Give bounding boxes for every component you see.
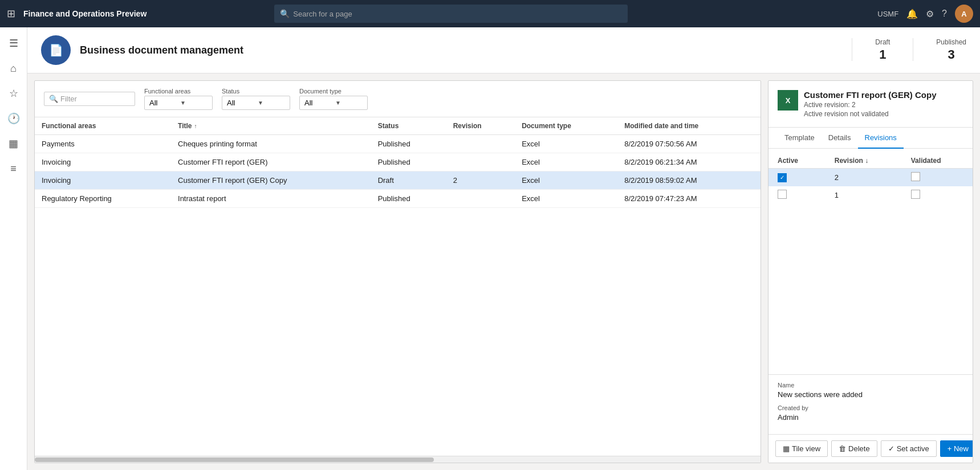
tab-template[interactable]: Template bbox=[778, 128, 822, 149]
app-title: Finance and Operations Preview bbox=[23, 9, 147, 18]
active-checkbox[interactable]: ✓ bbox=[778, 173, 787, 182]
draft-label: Draft bbox=[875, 38, 890, 46]
status-filter-group: Status All ▼ bbox=[222, 88, 290, 110]
filter-search-icon: 🔍 bbox=[49, 95, 58, 103]
horizontal-scrollbar[interactable] bbox=[35, 456, 761, 463]
functional-areas-filter-group: Functional areas All ▼ bbox=[144, 88, 213, 110]
sidebar-item-list[interactable]: ≡ bbox=[2, 157, 25, 180]
tile-view-icon: ▦ bbox=[783, 444, 790, 453]
table-row[interactable]: Regulatory Reporting Intrastat report Pu… bbox=[35, 190, 761, 208]
right-panel-tabs: Template Details Revisions bbox=[768, 128, 973, 149]
rev-col-revision: Revision ↓ bbox=[826, 153, 902, 169]
validated-checkbox[interactable] bbox=[911, 172, 920, 181]
functional-areas-label: Functional areas bbox=[144, 88, 213, 95]
document-type-value: All bbox=[304, 99, 332, 107]
document-list-panel: 🔍 Functional areas All ▼ Status All ▼ bbox=[34, 80, 761, 463]
revision-row[interactable]: ✓ 2 bbox=[768, 169, 973, 187]
revision-row[interactable]: 1 bbox=[768, 186, 973, 204]
filter-input-wrapper[interactable]: 🔍 bbox=[44, 92, 135, 106]
delete-label: Delete bbox=[848, 444, 870, 453]
name-field: Name New sections were added bbox=[778, 382, 963, 399]
status-select[interactable]: All ▼ bbox=[222, 96, 290, 110]
right-panel-title-row: X Customer FTI report (GER) Copy Active … bbox=[778, 90, 963, 118]
top-nav-right: USMF 🔔 ⚙ ? A bbox=[877, 5, 973, 23]
active-checkbox[interactable] bbox=[778, 190, 787, 199]
tab-revisions[interactable]: Revisions bbox=[858, 128, 904, 149]
tile-view-button[interactable]: ▦ Tile view bbox=[775, 440, 828, 457]
rev-col-active: Active bbox=[768, 153, 826, 169]
status-value: All bbox=[227, 99, 254, 107]
settings-icon[interactable]: ⚙ bbox=[926, 9, 934, 19]
notification-icon[interactable]: 🔔 bbox=[906, 9, 918, 19]
delete-button[interactable]: 🗑 Delete bbox=[831, 440, 877, 457]
right-panel-title-block: Customer FTI report (GER) Copy Active re… bbox=[804, 90, 937, 118]
draft-stat: Draft 1 bbox=[875, 38, 890, 62]
created-by-label: Created by bbox=[778, 404, 963, 411]
sidebar-item-recent[interactable]: 🕐 bbox=[2, 107, 25, 130]
col-status[interactable]: Status bbox=[371, 117, 446, 135]
name-label: Name bbox=[778, 382, 963, 389]
tab-details[interactable]: Details bbox=[822, 128, 858, 149]
col-modified[interactable]: Modified date and time bbox=[617, 117, 761, 135]
document-type-select[interactable]: All ▼ bbox=[299, 96, 368, 110]
table-row[interactable]: Payments Cheques printing format Publish… bbox=[35, 135, 761, 153]
help-icon[interactable]: ? bbox=[942, 9, 947, 19]
published-label: Published bbox=[936, 38, 966, 46]
right-panel-title: Customer FTI report (GER) Copy bbox=[804, 90, 937, 100]
set-active-label: Set active bbox=[897, 444, 929, 453]
document-type-label: Document type bbox=[299, 88, 368, 95]
check-icon: ✓ bbox=[888, 444, 894, 453]
created-by-value: Admin bbox=[778, 413, 963, 422]
status-label: Status bbox=[222, 88, 290, 95]
right-panel-subtitle1: Active revision: 2 bbox=[804, 101, 937, 109]
col-title[interactable]: Title↑ bbox=[171, 117, 371, 135]
details-section: Name New sections were added Created by … bbox=[768, 374, 973, 434]
sidebar-item-workspaces[interactable]: ▦ bbox=[2, 132, 25, 155]
sidebar-item-home[interactable]: ⌂ bbox=[2, 57, 25, 80]
sort-arrow: ↑ bbox=[194, 123, 197, 129]
right-panel: X Customer FTI report (GER) Copy Active … bbox=[768, 80, 973, 463]
table-row[interactable]: Invoicing Customer FTI report (GER) Publ… bbox=[35, 153, 761, 171]
functional-areas-select[interactable]: All ▼ bbox=[144, 96, 213, 110]
excel-icon: X bbox=[778, 90, 798, 111]
grid-icon[interactable]: ⊞ bbox=[7, 7, 15, 20]
sidebar-item-favorites[interactable]: ☆ bbox=[2, 82, 25, 105]
username: USMF bbox=[877, 10, 898, 18]
col-revision[interactable]: Revision bbox=[446, 117, 515, 135]
created-by-field: Created by Admin bbox=[778, 404, 963, 422]
search-bar[interactable]: 🔍 bbox=[274, 5, 628, 23]
chevron-down-icon3: ▼ bbox=[335, 100, 363, 106]
set-active-button[interactable]: ✓ Set active bbox=[881, 440, 937, 457]
name-value: New sections were added bbox=[778, 390, 963, 399]
table-row[interactable]: Invoicing Customer FTI report (GER) Copy… bbox=[35, 171, 761, 190]
filter-input[interactable] bbox=[60, 95, 130, 103]
document-table: Functional areas Title↑ Status Revision … bbox=[35, 117, 761, 456]
main-area: 📄 Business document management Draft 1 P… bbox=[27, 27, 980, 470]
sidebar-item-menu[interactable]: ☰ bbox=[2, 32, 25, 55]
col-functional-areas[interactable]: Functional areas bbox=[35, 117, 171, 135]
divider bbox=[852, 38, 852, 61]
divider2 bbox=[913, 38, 913, 61]
published-value: 3 bbox=[936, 47, 966, 62]
top-navigation: ⊞ Finance and Operations Preview 🔍 USMF … bbox=[0, 0, 980, 27]
page-title: Business document management bbox=[80, 44, 243, 56]
validated-checkbox[interactable] bbox=[911, 190, 920, 199]
page-icon: 📄 bbox=[41, 35, 71, 65]
left-sidebar: ☰ ⌂ ☆ 🕐 ▦ ≡ bbox=[0, 27, 27, 470]
chevron-down-icon: ▼ bbox=[180, 100, 208, 106]
search-icon: 🔍 bbox=[280, 9, 290, 18]
chevron-down-icon2: ▼ bbox=[258, 100, 285, 106]
scrollbar-thumb[interactable] bbox=[35, 457, 434, 462]
avatar[interactable]: A bbox=[955, 5, 973, 23]
filter-bar: 🔍 Functional areas All ▼ Status All ▼ bbox=[35, 81, 761, 117]
header-stats: Draft 1 Published 3 bbox=[852, 38, 966, 62]
content-area: 🔍 Functional areas All ▼ Status All ▼ bbox=[27, 73, 980, 470]
tile-view-label: Tile view bbox=[792, 444, 820, 453]
document-type-filter-group: Document type All ▼ bbox=[299, 88, 368, 110]
col-document-type[interactable]: Document type bbox=[515, 117, 617, 135]
right-panel-subtitle2: Active revision not validated bbox=[804, 110, 937, 118]
rev-col-validated: Validated bbox=[902, 153, 973, 169]
new-button[interactable]: + New bbox=[940, 440, 973, 457]
search-input[interactable] bbox=[293, 10, 622, 18]
page-header: 📄 Business document management Draft 1 P… bbox=[27, 27, 980, 73]
